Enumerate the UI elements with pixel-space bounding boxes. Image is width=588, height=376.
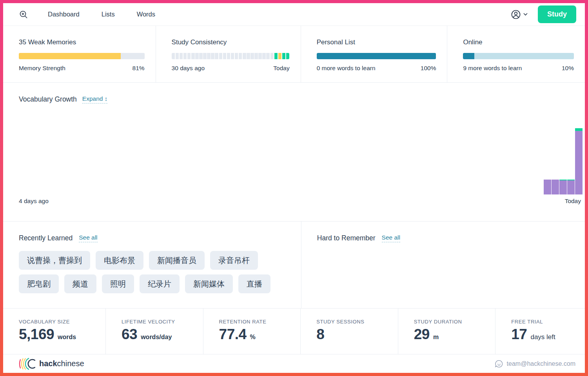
footer: hackchinese team@hackchinese.com: [3, 354, 585, 373]
consistency-segment-gray: [235, 53, 238, 59]
consistency-segment-green: [282, 53, 286, 59]
consistency-segment-gray: [183, 53, 187, 59]
stat-value: 8: [316, 326, 324, 343]
growth-bar: [575, 128, 583, 194]
consistency-segment-gray: [266, 53, 270, 59]
stat-study-duration: STUDY DURATION 29 m: [398, 309, 495, 354]
consistency-segment-gray: [215, 53, 218, 59]
recently-learned-section: Recently Learned See all 说曹操，曹操到电影布景新闻播音…: [3, 222, 301, 308]
word-chip[interactable]: 录音吊杆: [210, 251, 258, 270]
card-title: Personal List: [317, 38, 436, 46]
top-nav: DashboardListsWords Study: [3, 3, 585, 26]
support-email-link[interactable]: team@hackchinese.com: [507, 360, 575, 367]
consistency-segment-gray: [211, 53, 214, 59]
page-border: DashboardListsWords Study 35 Weak: [0, 0, 588, 376]
word-chip[interactable]: 直播: [238, 274, 270, 293]
stat-label: FREE TRIAL: [511, 319, 581, 325]
consistency-segment-gray: [254, 53, 258, 59]
consistency-segment-gray: [219, 53, 223, 59]
growth-bar: [552, 180, 559, 194]
word-chip[interactable]: 频道: [64, 274, 96, 293]
vocabulary-growth-chart: [544, 128, 583, 194]
memory-strength-fill: [19, 53, 121, 59]
word-chip[interactable]: 照明: [102, 274, 134, 293]
card-foot-left: 9 more words to learn: [463, 65, 522, 72]
study-button[interactable]: Study: [538, 5, 576, 23]
vocabulary-growth-title: Vocabulary Growth: [19, 95, 77, 104]
card-title: Study Consistency: [172, 38, 290, 46]
card-foot-left: 0 more words to learn: [317, 65, 376, 72]
nav-item-dashboard[interactable]: Dashboard: [48, 11, 80, 18]
expand-updown-icon: ↕: [105, 95, 108, 102]
consistency-segment-gray: [187, 53, 191, 59]
stat-value: 29: [414, 326, 430, 343]
hackchinese-logo[interactable]: hackchinese: [19, 356, 84, 371]
card-online: Online 9 more words to learn 10%: [447, 26, 585, 82]
smiley-chat-bubble-icon: [495, 360, 503, 368]
consistency-segment-gray: [203, 53, 207, 59]
card-title: 35 Weak Memories: [19, 38, 145, 46]
nav-right: Study: [511, 5, 576, 23]
dashboard-page: DashboardListsWords Study 35 Weak: [3, 3, 585, 373]
word-chip[interactable]: 新闻媒体: [185, 274, 233, 293]
hard-to-remember-see-all-link[interactable]: See all: [382, 234, 400, 242]
stat-label: STUDY DURATION: [414, 319, 492, 325]
online-fill: [463, 53, 474, 59]
stat-value: 5,169: [19, 326, 54, 343]
consistency-segment-green: [274, 53, 278, 59]
stat-lifetime-velocity: LIFETIME VELOCITY 63 words/day: [105, 309, 203, 354]
word-chip[interactable]: 肥皂剧: [19, 274, 59, 293]
hard-to-remember-title: Hard to Remember: [317, 234, 376, 242]
consistency-segment-gray: [262, 53, 266, 59]
user-circle-icon: [511, 9, 521, 20]
card-personal-list: Personal List 0 more words to learn 100%: [301, 26, 447, 82]
card-foot-right: 100%: [421, 65, 436, 72]
stat-retention-rate: RETENTION RATE 77.4 %: [203, 309, 301, 354]
stat-cards-row: 35 Weak Memories Memory Strength 81% Stu…: [3, 26, 585, 83]
stat-value: 63: [122, 326, 137, 343]
word-chip[interactable]: 新闻播音员: [149, 251, 205, 270]
nav-items: DashboardListsWords: [48, 11, 155, 18]
consistency-segment-green: [286, 53, 290, 59]
hard-to-remember-section: Hard to Remember See all: [301, 222, 585, 308]
summary-stats-row: VOCABULARY SIZE 5,169 words LIFETIME VEL…: [3, 309, 585, 354]
consistency-segment-gray: [239, 53, 242, 59]
consistency-segment-gray: [207, 53, 211, 59]
vocabulary-growth-section: Vocabulary Growth Expand ↕ 4 days ago To…: [3, 83, 585, 222]
card-weak-memories: 35 Weak Memories Memory Strength 81%: [3, 26, 156, 82]
word-chip[interactable]: 说曹操，曹操到: [19, 251, 90, 270]
personal-list-bar: [317, 53, 436, 59]
card-title: Online: [463, 38, 574, 46]
stat-unit: words: [58, 334, 76, 341]
card-study-consistency: Study Consistency 30 days ago Today: [156, 26, 301, 82]
memory-strength-bar: [19, 53, 145, 59]
stat-unit: %: [250, 334, 256, 341]
personal-list-fill: [317, 53, 436, 59]
nav-item-words[interactable]: Words: [137, 11, 155, 18]
word-chip[interactable]: 纪录片: [140, 274, 180, 293]
stat-unit: days left: [530, 333, 555, 341]
consistency-segment-gray: [223, 53, 227, 59]
stat-label: STUDY SESSIONS: [316, 319, 394, 325]
chevron-down-icon: [523, 13, 528, 16]
stat-free-trial: FREE TRIAL 17 days left: [495, 309, 585, 354]
stat-unit: m: [433, 334, 439, 341]
chart-right-label: Today: [565, 198, 581, 205]
stat-value: 77.4: [219, 326, 247, 343]
consistency-segment-gray: [270, 53, 274, 59]
user-menu[interactable]: [511, 9, 528, 20]
logo-arcs-icon: [19, 356, 35, 371]
word-chip[interactable]: 电影布景: [96, 251, 143, 270]
search-zoom-icon[interactable]: [19, 9, 29, 20]
nav-item-lists[interactable]: Lists: [102, 11, 115, 18]
recently-learned-title: Recently Learned: [19, 234, 73, 242]
consistency-segment-gray: [243, 53, 246, 59]
growth-bar: [559, 180, 567, 194]
consistency-segment-bar: [172, 53, 290, 59]
growth-bar: [544, 180, 551, 194]
consistency-segment-gray: [199, 53, 203, 59]
consistency-segment-yellow: [278, 53, 282, 59]
expand-link[interactable]: Expand ↕: [82, 95, 107, 104]
recently-learned-see-all-link[interactable]: See all: [79, 234, 97, 242]
consistency-segment-gray: [250, 53, 254, 59]
